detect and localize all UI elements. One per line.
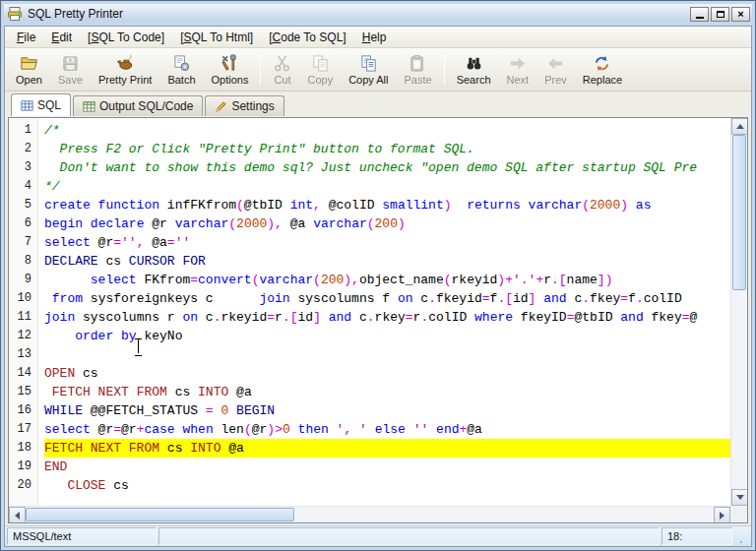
code-line-13[interactable] — [44, 345, 730, 364]
code-line-4[interactable]: */ — [44, 177, 730, 196]
toolbar-button-label: Pretty Print — [98, 74, 152, 86]
code-line-9[interactable]: select FKfrom=convert(varchar(200),objec… — [44, 271, 730, 289]
horizontal-scroll-track[interactable] — [26, 507, 714, 522]
code-line-19[interactable]: END — [44, 458, 730, 476]
tab-settings[interactable]: Settings — [205, 95, 284, 116]
code-line-17[interactable]: select @r=@r+case when len(@r)>0 then ',… — [44, 420, 730, 439]
toolbar-button-label: Next — [507, 74, 530, 86]
toolbar-button-pretty-print[interactable]: Pretty Print — [91, 51, 159, 88]
toolbar-button-open[interactable]: Open — [8, 51, 50, 88]
code-line-10[interactable]: from sysforeignkeys c join syscolumns f … — [44, 289, 730, 308]
status-cursor-position: 18: — [662, 527, 732, 545]
code-line-1[interactable]: /* — [44, 121, 730, 140]
code-line-3[interactable]: Don't want to show this demo sql? Just u… — [44, 158, 730, 177]
scroll-right-button[interactable] — [714, 507, 730, 523]
toolbar-button-label: Search — [457, 74, 491, 86]
toolbar-button-batch[interactable]: Batch — [159, 51, 203, 88]
vertical-scrollbar[interactable] — [730, 118, 747, 506]
minimize-button[interactable] — [690, 7, 709, 22]
toolbar-button-next[interactable]: Next — [499, 51, 537, 88]
copy-all-icon — [359, 54, 378, 73]
menubar: FileEdit[SQL To Code][SQL To Html][Code … — [5, 27, 751, 48]
horizontal-scrollbar[interactable] — [9, 506, 730, 522]
code-area[interactable]: /* Press F2 or Click "Pretty Print" butt… — [38, 118, 730, 506]
close-icon: × — [737, 9, 743, 20]
toolbar-button-prev[interactable]: Prev — [536, 51, 575, 88]
minimize-icon — [696, 17, 704, 19]
arrow-left-icon — [15, 512, 20, 520]
toolbar: OpenSavePretty PrintBatchOptionsCutCopyC… — [5, 48, 751, 92]
code-line-7[interactable]: select @r='', @a='' — [44, 233, 730, 252]
line-number: 18 — [9, 439, 37, 458]
menu-item-help[interactable]: Help — [354, 29, 395, 46]
menu-item-edit[interactable]: Edit — [43, 29, 80, 46]
titlebar[interactable]: SQL Pretty Printer × — [4, 4, 752, 26]
code-line-5[interactable]: create function infFKfrom(@tbID int, @co… — [44, 196, 730, 214]
scissors-icon — [273, 54, 291, 73]
toolbar-button-copy-all[interactable]: Copy All — [341, 51, 396, 88]
toolbar-button-paste[interactable]: Paste — [397, 51, 440, 88]
scrollbar-corner — [730, 506, 747, 522]
toolbar-button-label: Cut — [274, 74, 290, 86]
code-line-15[interactable]: FETCH NEXT FROM cs INTO @a — [44, 383, 730, 401]
tabbar: SQLOutput SQL/CodeSettings — [5, 92, 751, 115]
toolbar-button-cut[interactable]: Cut — [265, 51, 299, 88]
line-number: 14 — [9, 364, 37, 383]
code-line-14[interactable]: OPEN cs — [44, 364, 730, 383]
code-line-12[interactable]: order by keyNo — [44, 327, 730, 345]
line-number: 20 — [9, 476, 37, 495]
menu-item-file[interactable]: File — [9, 29, 43, 46]
line-number: 4 — [9, 177, 37, 196]
code-line-8[interactable]: DECLARE cs CURSOR FOR — [44, 252, 730, 271]
line-number: 12 — [9, 327, 37, 345]
app-icon — [7, 6, 23, 22]
scroll-up-button[interactable] — [731, 118, 748, 135]
next-arrow-icon — [508, 54, 527, 73]
line-number: 6 — [9, 214, 37, 233]
line-number: 3 — [9, 158, 37, 177]
tab-output-sql-code[interactable]: Output SQL/Code — [73, 95, 203, 116]
save-icon — [61, 54, 80, 73]
tab-sql[interactable]: SQL — [11, 93, 71, 116]
tools-icon — [220, 54, 239, 73]
close-button[interactable]: × — [731, 7, 750, 22]
toolbar-button-save[interactable]: Save — [50, 51, 91, 88]
toolbar-button-search[interactable]: Search — [449, 51, 499, 88]
code-line-2[interactable]: Press F2 or Click "Pretty Print" button … — [44, 140, 730, 158]
code-line-18[interactable]: FETCH NEXT FROM cs INTO @a — [44, 439, 730, 458]
line-number: 8 — [9, 252, 37, 271]
editor-frame: 1234567891011121314151617181920 /* Press… — [8, 117, 748, 523]
toolbar-button-copy[interactable]: Copy — [299, 51, 341, 88]
app-window: SQL Pretty Printer × FileEdit[SQL To Cod… — [0, 0, 756, 551]
pencil-icon — [215, 100, 227, 113]
toolbar-button-replace[interactable]: Replace — [575, 51, 630, 88]
toolbar-separator — [444, 54, 445, 85]
client-area: FileEdit[SQL To Code][SQL To Html][Code … — [4, 26, 752, 547]
vertical-scroll-track[interactable] — [731, 135, 747, 489]
code-line-6[interactable]: begin declare @r varchar(2000), @a varch… — [44, 214, 730, 233]
code-line-11[interactable]: join syscolumns r on c.rkeyid=r.[id] and… — [44, 308, 730, 327]
menu-item-code-to-sql[interactable]: [Code To SQL] — [261, 29, 354, 46]
scroll-down-button[interactable] — [731, 489, 748, 506]
horizontal-scroll-thumb[interactable] — [26, 508, 294, 521]
arrow-down-icon — [736, 495, 744, 500]
toolbar-button-label: Copy All — [348, 74, 388, 86]
maximize-button[interactable] — [711, 7, 729, 22]
scroll-left-button[interactable] — [9, 507, 26, 523]
menu-item-sql-to-code[interactable]: [SQL To Code] — [80, 29, 172, 46]
menu-item-sql-to-html[interactable]: [SQL To Html] — [172, 29, 261, 46]
arrow-right-icon — [720, 512, 724, 520]
output-grid-icon — [83, 100, 95, 113]
vertical-scroll-thumb[interactable] — [732, 135, 746, 290]
window-title: SQL Pretty Printer — [28, 7, 690, 21]
code-line-20[interactable]: CLOSE cs — [44, 476, 730, 495]
resize-grip[interactable] — [734, 527, 749, 545]
toolbar-button-options[interactable]: Options — [204, 51, 257, 88]
statusbar: MSSQL/text 18: — [5, 525, 751, 546]
open-folder-icon — [20, 54, 38, 73]
tab-label: Settings — [231, 99, 274, 113]
grid-icon — [21, 99, 33, 112]
line-number: 17 — [9, 420, 37, 439]
code-line-16[interactable]: WHILE @@FETCH_STATUS = 0 BEGIN — [44, 401, 730, 420]
sql-editor[interactable]: 1234567891011121314151617181920 /* Press… — [9, 118, 730, 506]
